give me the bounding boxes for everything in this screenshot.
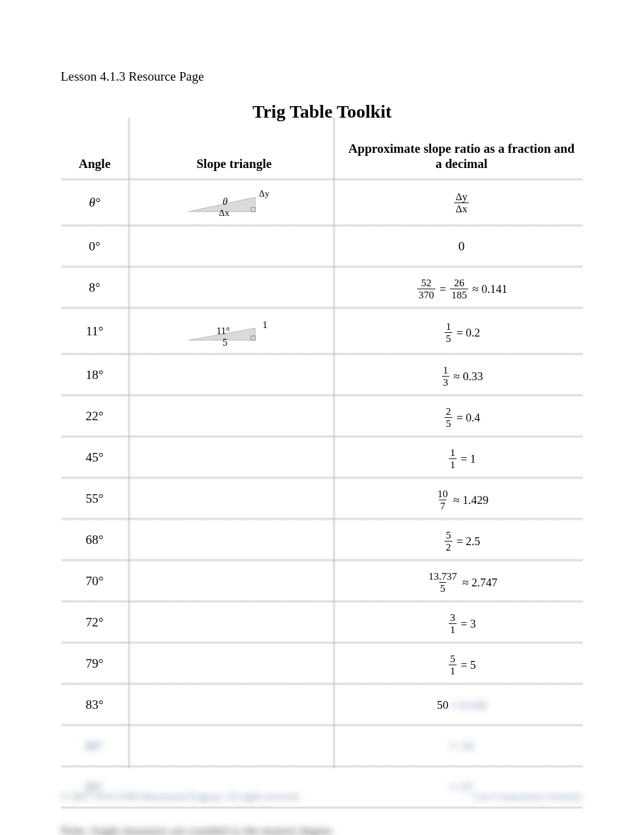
ratio-cell: Δy Δx	[340, 181, 583, 224]
fraction-numerator: 3	[449, 612, 457, 623]
blurred-text: ≈ 8.144	[451, 699, 486, 712]
triangle-dy-label: 1	[263, 320, 267, 330]
note-text: Note: Angle measures are rounded to the …	[61, 824, 583, 835]
fraction-numerator: 52	[420, 278, 432, 289]
table-row: 55° 107 ≈ 1.429	[61, 480, 583, 517]
ratio-cell: 52 = 2.5	[340, 521, 583, 558]
angle-cell: 11°	[61, 310, 128, 352]
table-row: 22° 25 = 0.4	[61, 397, 583, 435]
page-title: Trig Table Toolkit	[61, 101, 583, 122]
ratio-cell: 51 = 5	[340, 645, 583, 682]
ratio-cell: 11 = 1	[340, 438, 583, 476]
table-row: 68° 52 = 2.5	[61, 521, 583, 558]
angle-cell: 22°	[61, 397, 128, 435]
ratio-cell: ≈ 14	[340, 727, 583, 765]
fraction-denominator: 1	[449, 458, 457, 470]
fraction-denominator: 370	[417, 289, 435, 300]
fraction-numerator: Δy	[454, 192, 468, 203]
ratio-cell: 13.7375 ≈ 2.747	[340, 562, 583, 600]
angle-cell: θ°	[61, 181, 128, 224]
triangle-dy-label: Δy	[259, 189, 269, 199]
fraction-denominator: Δx	[454, 203, 468, 214]
book-title-text: Core Connections Geometry	[472, 791, 583, 802]
slope-triangle-diagram: 11° 5 1	[183, 316, 286, 346]
ratio-cell: 0	[340, 227, 583, 265]
fraction-denominator: 5	[444, 332, 452, 344]
page-footer: © 2007–2014 CPM Educational Program. All…	[61, 791, 583, 802]
fraction-numerator: 5	[449, 654, 457, 665]
fraction-denominator: 7	[439, 500, 447, 511]
fraction-numerator: 1	[442, 365, 450, 376]
decimal-value: ≈ 2.747	[462, 576, 497, 589]
angle-cell: 72°	[61, 603, 128, 641]
ratio-fraction: Δy Δx	[454, 192, 468, 214]
col-header-slope: Slope triangle	[128, 138, 340, 178]
angle-cell: 68°	[61, 521, 128, 558]
fraction-denominator: 1	[449, 665, 457, 676]
fraction-numerator: 1	[449, 448, 457, 458]
table-row: 70° 13.7375 ≈ 2.747	[61, 562, 583, 600]
resource-page-label: Lesson 4.1.3 Resource Page	[61, 69, 583, 84]
decimal-value: = 2.5	[457, 535, 480, 548]
decimal-value: = 1	[461, 452, 476, 466]
ratio-cell: 13 ≈ 0.33	[340, 356, 583, 394]
angle-cell: 55°	[61, 480, 128, 517]
fraction-denominator: 2	[444, 541, 452, 552]
decimal-value: ≈ 0.33	[454, 370, 483, 383]
slope-triangle-cell: 11° 5 1	[128, 310, 340, 352]
fraction-denominator: 1	[449, 623, 457, 635]
table-row: θ° θ Δx Δy Δy Δx	[61, 181, 583, 224]
ratio-cell: 25 = 0.4	[340, 397, 583, 435]
fraction-denominator: 3	[442, 376, 450, 387]
ratio-cell: 15 = 0.2	[340, 310, 583, 352]
decimal-value: = 3	[461, 617, 476, 631]
copyright-text: © 2007–2014 CPM Educational Program. All…	[61, 791, 301, 802]
slope-triangle-diagram: θ Δx Δy	[183, 187, 286, 218]
trig-table: Angle Slope triangle Approximate slope r…	[61, 138, 583, 810]
angle-cell: 83°	[61, 686, 128, 723]
decimal-value: ≈ 0.141	[472, 283, 508, 296]
table-row: 72° 31 = 3	[61, 603, 583, 641]
table-row: 79° 51 = 5	[61, 645, 583, 682]
decimal-value: = 0.4	[457, 411, 480, 424]
table-row: 86° ≈ 14	[61, 727, 583, 765]
fraction-denominator: 185	[450, 289, 468, 300]
angle-cell: 0°	[61, 227, 128, 265]
table-row: 83° 50 ≈ 8.144	[61, 686, 583, 723]
triangle-dx-label: Δx	[219, 208, 229, 218]
col-header-ratio: Approximate slope ratio as a fraction an…	[340, 138, 583, 178]
ratio-cell: 52370 = 26185 ≈ 0.141	[340, 269, 583, 306]
triangle-theta-label: 11°	[216, 326, 230, 337]
triangle-theta-label: θ	[223, 196, 227, 208]
angle-cell: 45°	[61, 438, 128, 476]
ratio-cell: 31 = 3	[340, 603, 583, 641]
fraction-numerator: 1	[444, 321, 452, 332]
table-header-row: Angle Slope triangle Approximate slope r…	[61, 138, 583, 178]
fraction-numerator: 13.737	[428, 571, 458, 582]
ratio-prefix: 50	[437, 699, 449, 712]
table-row: 45° 11 = 1	[61, 438, 583, 476]
table-row: 8° 52370 = 26185 ≈ 0.141	[61, 269, 583, 306]
table-row: 11° 11° 5 1 15 = 0.2	[61, 310, 583, 352]
triangle-dx-label: 5	[223, 337, 227, 348]
ratio-cell: 107 ≈ 1.429	[340, 480, 583, 517]
decimal-value: = 5	[461, 659, 476, 672]
col-header-angle: Angle	[61, 138, 128, 178]
angle-cell: 79°	[61, 645, 128, 682]
ratio-cell: 50 ≈ 8.144	[340, 686, 583, 723]
angle-cell: 70°	[61, 562, 128, 600]
equals-text: =	[440, 283, 446, 296]
blurred-text: 86°	[86, 739, 103, 753]
fraction-denominator: 5	[444, 417, 452, 429]
decimal-value: = 0.2	[457, 326, 480, 340]
fraction-numerator: 26	[453, 278, 466, 289]
fraction-numerator: 5	[444, 530, 452, 541]
blurred-text: ≈ 14	[450, 739, 473, 753]
table-row: 18° 13 ≈ 0.33	[61, 356, 583, 394]
slope-triangle-cell: θ Δx Δy	[128, 181, 340, 224]
page: Lesson 4.1.3 Resource Page Trig Table To…	[0, 0, 644, 835]
table-row: 0° 0	[61, 227, 583, 265]
fraction-numerator: 2	[444, 406, 452, 417]
decimal-value: ≈ 1.429	[454, 494, 489, 507]
angle-cell: 8°	[61, 269, 128, 306]
